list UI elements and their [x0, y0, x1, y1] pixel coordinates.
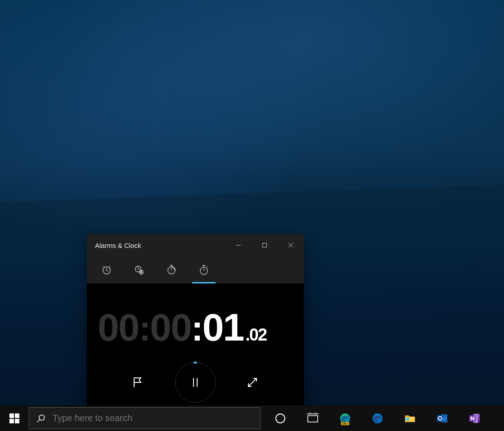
- alarm-clock-icon: [101, 265, 112, 275]
- file-explorer-button[interactable]: [394, 405, 426, 431]
- stopwatch-hours: 00: [98, 305, 139, 350]
- stopwatch-minutes: 00: [150, 305, 191, 350]
- timer-icon: [166, 265, 177, 275]
- svg-rect-13: [9, 419, 14, 423]
- onenote-button[interactable]: [459, 405, 491, 431]
- search-icon: [29, 413, 53, 423]
- alarms-clock-window: Alarms & Clock: [87, 234, 304, 409]
- tab-bar: [87, 256, 304, 283]
- svg-rect-12: [15, 413, 19, 418]
- dev-badge: DEV: [341, 422, 349, 425]
- tab-world-clock[interactable]: [123, 256, 155, 283]
- expand-button[interactable]: [243, 373, 261, 391]
- start-button[interactable]: [0, 405, 29, 431]
- onenote-icon: [469, 413, 481, 424]
- svg-rect-24: [406, 418, 409, 421]
- flag-icon: [131, 376, 145, 389]
- taskbar-search[interactable]: [29, 407, 261, 429]
- maximize-button[interactable]: [252, 234, 278, 256]
- stopwatch-fraction: .02: [243, 325, 266, 345]
- sep-icon: :: [191, 308, 202, 349]
- expand-icon: [246, 376, 259, 389]
- search-input[interactable]: [53, 413, 260, 423]
- svg-rect-11: [9, 413, 14, 418]
- sep-icon: :: [139, 308, 150, 349]
- taskbar: DEV: [0, 405, 504, 431]
- stopwatch-seconds: 01: [202, 305, 244, 350]
- outlook-icon: [436, 413, 448, 424]
- stopwatch-icon: [198, 265, 209, 275]
- task-view-icon: [307, 413, 319, 424]
- stopwatch-panel: 00 : 00 : 01 .02: [87, 283, 304, 403]
- tab-stopwatch[interactable]: [188, 256, 220, 283]
- folder-icon: [404, 413, 416, 424]
- svg-rect-31: [478, 420, 480, 423]
- tab-timer[interactable]: [155, 256, 188, 283]
- windows-logo-icon: [9, 413, 19, 423]
- edge-button[interactable]: [361, 405, 394, 431]
- svg-rect-29: [478, 414, 480, 417]
- svg-rect-1: [263, 243, 267, 247]
- pause-button[interactable]: [175, 362, 216, 403]
- lap-button[interactable]: [129, 373, 147, 391]
- edge-dev-button[interactable]: DEV: [329, 405, 361, 431]
- window-title: Alarms & Clock: [87, 242, 225, 249]
- svg-rect-18: [308, 416, 318, 422]
- world-clock-icon: [134, 265, 144, 275]
- svg-point-17: [276, 414, 285, 423]
- close-button[interactable]: [278, 234, 304, 256]
- stopwatch-time: 00 : 00 : 01 .02: [96, 305, 295, 350]
- task-view-button[interactable]: [297, 405, 329, 431]
- edge-icon: [372, 413, 383, 424]
- cortana-icon: [274, 413, 286, 424]
- svg-rect-14: [15, 419, 19, 423]
- title-bar: Alarms & Clock: [87, 234, 304, 256]
- cortana-button[interactable]: [264, 405, 297, 431]
- outlook-button[interactable]: [426, 405, 459, 431]
- stopwatch-controls: [96, 362, 295, 403]
- pause-icon: [190, 377, 200, 388]
- minimize-button[interactable]: [225, 234, 252, 256]
- svg-rect-30: [478, 417, 480, 420]
- svg-line-16: [37, 419, 40, 422]
- tab-alarm[interactable]: [90, 256, 123, 283]
